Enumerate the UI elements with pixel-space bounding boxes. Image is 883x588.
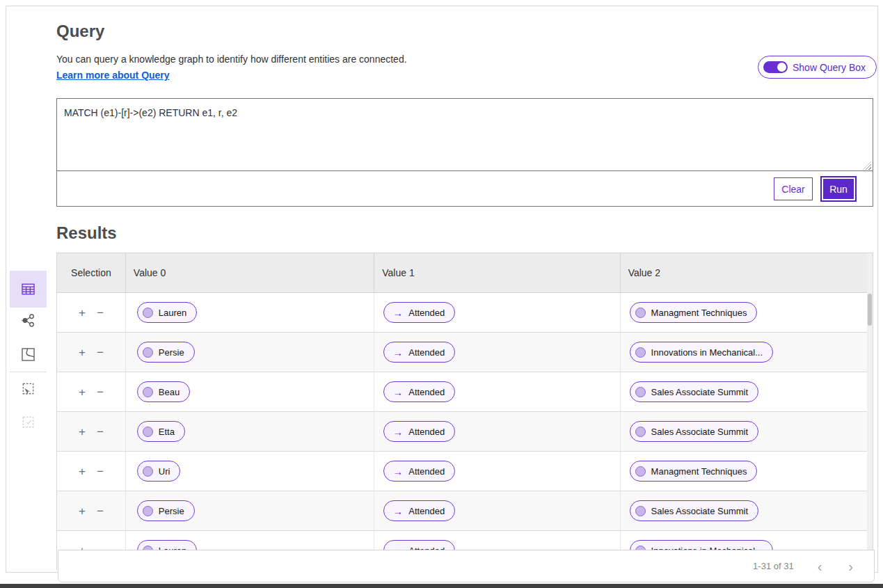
vertical-scrollbar[interactable] — [867, 253, 873, 570]
table-row: + − Persie → Attended Innovations in Mec… — [57, 333, 873, 372]
entity-pill[interactable]: Sales Associate Summit — [630, 500, 758, 521]
selection-cell: + − — [57, 333, 126, 372]
map-icon — [21, 347, 35, 362]
entity-label: Etta — [159, 427, 175, 437]
selection-cell: + − — [57, 491, 126, 530]
selection-cell: + − — [57, 372, 126, 411]
relationship-pill[interactable]: → Attended — [383, 500, 455, 521]
value2-cell: Sales Associate Summit — [621, 372, 873, 411]
value1-cell: → Attended — [374, 491, 620, 530]
arrow-right-icon: → — [392, 466, 403, 477]
value0-cell: Persie — [126, 491, 374, 530]
sidebar-item-selection — [10, 406, 47, 437]
value2-cell: Sales Associate Summit — [621, 412, 873, 451]
column-header-value0: Value 0 — [126, 253, 374, 292]
entity-node-icon — [143, 506, 153, 516]
entity-label: Beau — [159, 387, 180, 397]
column-header-selection: Selection — [57, 253, 126, 292]
arrow-right-icon: → — [392, 347, 403, 358]
entity-pill[interactable]: Innovations in Mechanical... — [630, 342, 773, 363]
add-to-link-chart-icon — [21, 381, 35, 396]
query-text[interactable]: MATCH (e1)-[r]->(e2) RETURN e1, r, e2 — [64, 107, 237, 118]
entity-pill[interactable]: Etta — [137, 421, 185, 442]
entity-node-icon — [635, 466, 646, 477]
relationship-label: Attended — [408, 387, 445, 397]
run-button[interactable]: Run — [822, 177, 855, 200]
value1-cell: → Attended — [374, 412, 620, 451]
add-to-selection-button[interactable]: + — [79, 386, 86, 398]
value2-cell: Innovations in Mechanical... — [621, 333, 873, 372]
remove-from-selection-button[interactable]: − — [97, 347, 104, 358]
add-to-selection-button[interactable]: + — [79, 307, 86, 319]
entity-pill[interactable]: Managment Techniques — [630, 302, 758, 323]
value2-cell: Sales Associate Summit — [621, 491, 873, 530]
toggle-label: Show Query Box — [793, 62, 866, 73]
entity-label: Managment Techniques — [651, 466, 747, 477]
arrow-right-icon: → — [392, 506, 403, 516]
value0-cell: Beau — [126, 372, 374, 411]
add-to-selection-button[interactable]: + — [79, 347, 86, 358]
entity-label: Lauren — [159, 308, 186, 318]
toggle-knob — [777, 63, 786, 72]
scrollbar-thumb[interactable] — [868, 294, 872, 326]
toggle-switch-icon[interactable] — [763, 61, 788, 73]
entity-pill[interactable]: Persie — [137, 342, 195, 363]
selection-cell: + − — [57, 452, 126, 491]
entity-label: Persie — [159, 347, 184, 358]
add-to-selection-button[interactable]: + — [79, 505, 86, 517]
arrow-right-icon: → — [392, 387, 403, 397]
value1-cell: → Attended — [374, 293, 620, 332]
clear-button[interactable]: Clear — [774, 177, 813, 200]
entity-pill[interactable]: Lauren — [137, 302, 197, 323]
remove-from-selection-button[interactable]: − — [97, 307, 104, 319]
entity-pill[interactable]: Uri — [137, 461, 181, 482]
entity-pill[interactable]: Persie — [137, 500, 195, 521]
relationship-label: Attended — [408, 427, 445, 437]
remove-from-selection-button[interactable]: − — [97, 386, 104, 398]
relationship-label: Attended — [408, 466, 445, 477]
entity-pill[interactable]: Beau — [137, 381, 190, 402]
table-header-row: Selection Value 0 Value 1 Value 2 — [57, 253, 873, 293]
next-page-button[interactable]: › — [845, 559, 856, 573]
sidebar-item-map[interactable] — [10, 339, 47, 370]
selection-cell: + − — [57, 412, 126, 451]
sidebar-item-table-view[interactable] — [10, 271, 47, 308]
query-input[interactable]: MATCH (e1)-[r]->(e2) RETURN e1, r, e2 — [57, 99, 873, 171]
remove-from-selection-button[interactable]: − — [97, 505, 104, 517]
query-box: MATCH (e1)-[r]->(e2) RETURN e1, r, e2 Cl… — [56, 98, 873, 207]
relationship-pill[interactable]: → Attended — [383, 302, 455, 323]
relationship-pill[interactable]: → Attended — [383, 461, 455, 482]
add-to-selection-button[interactable]: + — [79, 466, 86, 477]
learn-more-link[interactable]: Learn more about Query — [56, 70, 170, 81]
entity-label: Innovations in Mechanical... — [651, 347, 763, 358]
entity-pill[interactable]: Managment Techniques — [630, 461, 758, 482]
value0-cell: Persie — [126, 333, 374, 372]
arrow-right-icon: → — [392, 427, 403, 437]
relationship-pill[interactable]: → Attended — [383, 381, 455, 402]
column-header-value2: Value 2 — [621, 253, 873, 292]
remove-from-selection-button[interactable]: − — [97, 466, 104, 477]
query-description: You can query a knowledge graph to ident… — [56, 54, 407, 65]
selection-cell: + − — [57, 293, 126, 332]
entity-node-icon — [635, 347, 646, 358]
resize-handle[interactable] — [863, 161, 871, 170]
sidebar-item-link-chart[interactable] — [10, 305, 47, 335]
add-to-selection-button[interactable]: + — [79, 426, 86, 438]
sidebar-item-add-to-link-chart[interactable] — [10, 373, 47, 404]
entity-pill[interactable]: Sales Associate Summit — [630, 421, 758, 442]
table-row: + − Beau → Attended Sales Associate Summ… — [57, 372, 873, 412]
entity-label: Sales Associate Summit — [651, 506, 748, 516]
entity-node-icon — [143, 347, 153, 358]
entity-label: Managment Techniques — [651, 308, 747, 318]
relationship-pill[interactable]: → Attended — [383, 342, 455, 363]
entity-pill[interactable]: Sales Associate Summit — [630, 381, 758, 402]
relationship-pill[interactable]: → Attended — [383, 421, 455, 442]
previous-page-button[interactable]: ‹ — [815, 559, 825, 573]
value1-cell: → Attended — [374, 372, 620, 411]
remove-from-selection-button[interactable]: − — [97, 426, 104, 438]
value1-cell: → Attended — [374, 452, 620, 491]
entity-node-icon — [635, 308, 646, 318]
results-table: Selection Value 0 Value 1 Value 2 + − La… — [56, 253, 873, 570]
column-header-value1: Value 1 — [374, 253, 620, 292]
show-query-box-toggle[interactable]: Show Query Box — [758, 56, 877, 79]
